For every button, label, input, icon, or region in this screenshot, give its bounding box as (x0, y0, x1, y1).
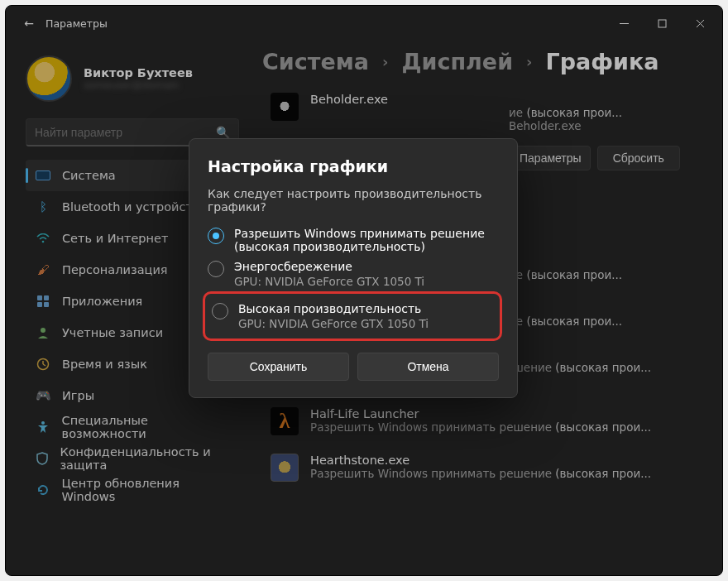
update-icon (36, 483, 50, 497)
app-subtext: ие (высокая прои... (310, 106, 689, 119)
app-name: Half-Life Launcher (310, 407, 717, 420)
app-item-hearthstone[interactable]: Hearthstone.exe Разрешить Windows приним… (262, 447, 717, 493)
clock-icon (36, 357, 50, 372)
app-subtext: Разрешить Windows принимать решение (выс… (310, 467, 689, 480)
radio-icon (208, 228, 224, 244)
minimize-button[interactable] (605, 10, 643, 36)
nav-label: Приложения (62, 295, 142, 308)
nav-label: Конфиденциальность и защита (60, 445, 232, 472)
cancel-button[interactable]: Отмена (357, 353, 499, 381)
nav-accessibility[interactable]: Специальные возможности (26, 411, 242, 443)
svg-point-13 (41, 421, 45, 425)
graphics-preference-dialog: Настройка графики Как следует настроить … (189, 138, 518, 398)
svg-rect-8 (44, 302, 49, 307)
app-icon (271, 454, 299, 482)
accessibility-icon (36, 420, 50, 435)
nav-label: Игры (62, 389, 94, 402)
options-button[interactable]: Параметры (510, 146, 591, 170)
search-icon: 🔍 (216, 126, 230, 139)
option-let-windows-decide[interactable]: Разрешить Windows принимать решение (выс… (208, 227, 499, 253)
save-button[interactable]: Сохранить (208, 353, 349, 381)
nav-label: Специальные возможности (62, 414, 232, 440)
svg-rect-1 (659, 20, 666, 27)
titlebar: ← Параметры (6, 6, 722, 41)
profile-email: someuser@domain (84, 79, 193, 91)
maximize-button[interactable] (643, 10, 681, 36)
reset-button[interactable]: Сбросить (597, 146, 680, 170)
close-button[interactable] (681, 10, 719, 36)
avatar (26, 55, 72, 102)
profile-name: Виктор Бухтеев (84, 66, 193, 79)
svg-line-12 (43, 364, 46, 366)
app-item-beholder[interactable]: Beholder.exe ие (высокая прои... Beholde… (262, 86, 717, 144)
option-label: Энергосбережение (234, 260, 499, 273)
svg-point-4 (42, 241, 45, 243)
svg-point-9 (41, 328, 46, 333)
apps-icon (36, 294, 50, 309)
bluetooth-icon: ᛒ (36, 199, 50, 214)
dialog-question: Как следует настроить производительность… (208, 187, 499, 214)
breadcrumb-graphics: Графика (545, 49, 659, 74)
system-icon (36, 168, 50, 183)
option-high-performance[interactable]: Высокая производительность GPU: NVIDIA G… (203, 291, 502, 341)
radio-icon (208, 261, 224, 277)
svg-rect-6 (44, 295, 49, 300)
radio-icon (212, 303, 228, 319)
option-gpu: GPU: NVIDIA GeForce GTX 1050 Ti (238, 317, 491, 330)
back-button[interactable]: ← (17, 17, 41, 30)
option-gpu: GPU: NVIDIA GeForce GTX 1050 Ti (234, 275, 499, 288)
profile-block[interactable]: Виктор Бухтеев someuser@domain (26, 55, 247, 102)
shield-icon (36, 451, 48, 466)
nav-label: Bluetooth и устройства (62, 200, 207, 214)
chevron-right-icon: › (382, 53, 388, 70)
option-power-saving[interactable]: Энергосбережение GPU: NVIDIA GeForce GTX… (208, 260, 499, 288)
brush-icon: 🖌 (36, 262, 50, 277)
search-input[interactable] (35, 126, 216, 139)
option-label: Разрешить Windows принимать решение (выс… (234, 227, 499, 253)
app-subtext-2: Beholder.exe (310, 119, 689, 132)
nav-label: Центр обновления Windows (62, 477, 232, 503)
gamepad-icon: 🎮 (36, 388, 50, 403)
breadcrumb: Система › Дисплей › Графика (262, 49, 717, 74)
app-item-halflife[interactable]: λ Half-Life Launcher Разрешить Windows п… (262, 401, 717, 447)
nav-label: Система (62, 169, 116, 182)
nav-label: Учетные записи (62, 326, 163, 339)
svg-rect-5 (37, 295, 42, 300)
dialog-title: Настройка графики (208, 157, 499, 175)
chevron-right-icon: › (526, 53, 532, 70)
wifi-icon (36, 231, 50, 246)
nav-privacy[interactable]: Конфиденциальность и защита (26, 443, 242, 474)
person-icon (36, 325, 50, 340)
nav-label: Персонализация (62, 263, 168, 276)
nav-update[interactable]: Центр обновления Windows (26, 474, 242, 506)
breadcrumb-system[interactable]: Система (262, 49, 369, 74)
option-label: Высокая производительность (238, 302, 491, 315)
settings-window: ← Параметры Виктор Бухтеев someuser@doma… (5, 5, 723, 576)
nav-label: Время и язык (62, 358, 147, 371)
nav-label: Сеть и Интернет (62, 232, 168, 245)
app-name: Hearthstone.exe (310, 454, 717, 467)
window-title: Параметры (46, 17, 108, 30)
breadcrumb-display[interactable]: Дисплей (401, 49, 513, 74)
app-icon: λ (271, 407, 299, 435)
svg-rect-7 (37, 302, 42, 307)
app-name: Beholder.exe (310, 93, 717, 106)
app-subtext: Разрешить Windows принимать решение (выс… (310, 420, 689, 434)
app-icon (271, 93, 299, 121)
